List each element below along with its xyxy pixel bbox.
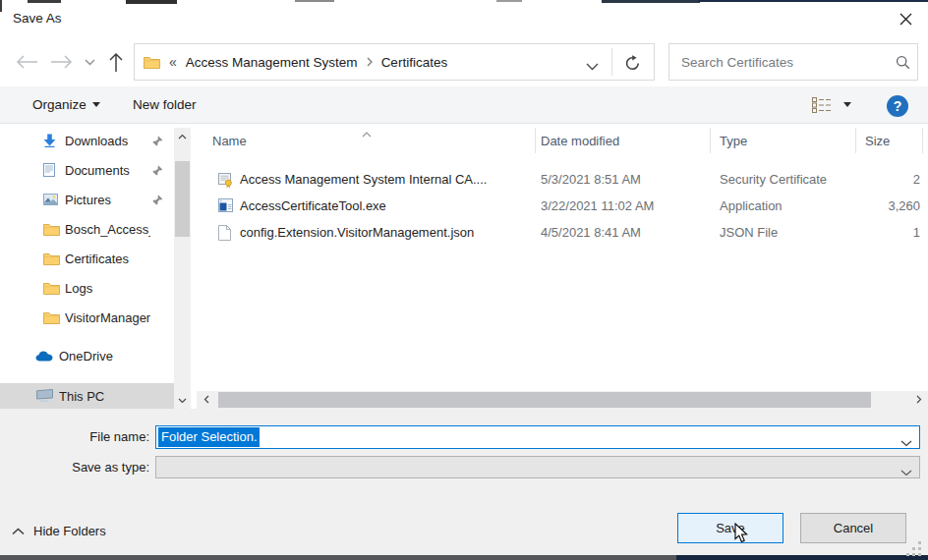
sidebar-item-downloads[interactable]: Downloads: [0, 127, 174, 154]
folder-icon: [43, 311, 60, 324]
application-file-icon: [218, 198, 233, 212]
file-name: config.Extension.VisitorManagement.json: [240, 225, 474, 240]
column-header-date-modified[interactable]: Date modified: [541, 124, 619, 157]
search-icon: [896, 55, 910, 70]
toolbar: Organize New folder: [0, 86, 928, 124]
recent-locations-button[interactable]: [83, 57, 96, 67]
sidebar-item-logs[interactable]: Logs: [0, 274, 174, 302]
download-icon: [43, 134, 56, 147]
window-title: Save As: [13, 11, 62, 26]
folder-icon: [43, 252, 60, 265]
sidebar-item-label: VisitorManagem: [65, 310, 150, 325]
folder-icon: [43, 223, 60, 236]
save-button[interactable]: Save: [677, 513, 783, 543]
search-input[interactable]: [669, 55, 888, 70]
scrollbar-thumb[interactable]: [175, 161, 190, 237]
picture-icon: [43, 194, 58, 205]
up-button[interactable]: [106, 50, 126, 74]
forward-arrow-icon: [50, 54, 74, 70]
address-dropdown-button[interactable]: [586, 59, 599, 74]
background-window-artifact: [0, 555, 678, 560]
file-name-selected-text: Folder Selection.: [158, 427, 260, 447]
file-name-input[interactable]: Folder Selection.: [155, 425, 920, 449]
sort-ascending-icon: [362, 126, 372, 140]
file-type: Security Certificate: [720, 172, 827, 187]
search-button[interactable]: [888, 44, 917, 80]
column-divider[interactable]: [855, 128, 856, 153]
sidebar-item-label: This PC: [59, 389, 150, 404]
column-header-size[interactable]: Size: [865, 124, 890, 157]
divider: [611, 48, 612, 76]
sidebar-item-label: Bosch_Access_Im: [65, 222, 150, 237]
hide-folders-button[interactable]: Hide Folders: [12, 524, 106, 538]
close-button[interactable]: [891, 6, 920, 31]
breadcrumb-segment[interactable]: Access Management System: [186, 55, 358, 70]
file-date: 4/5/2021 8:41 AM: [541, 225, 641, 240]
cancel-button[interactable]: Cancel: [800, 513, 906, 543]
file-row-json[interactable]: config.Extension.VisitorManagement.json …: [197, 220, 928, 247]
column-header-type[interactable]: Type: [720, 124, 747, 157]
sidebar-item-bosch-access[interactable]: Bosch_Access_Im: [0, 215, 174, 243]
sidebar-item-this-pc[interactable]: This PC: [0, 383, 174, 409]
scroll-right-button[interactable]: [910, 391, 927, 408]
column-label: Type: [720, 134, 747, 148]
document-icon: [43, 163, 55, 177]
sidebar-item-certificates[interactable]: Certificates: [0, 245, 174, 272]
file-row-application[interactable]: AccessCertificateTool.exe 3/22/2021 11:0…: [197, 194, 928, 220]
sidebar-item-label: Documents: [65, 163, 150, 178]
column-divider[interactable]: [535, 128, 536, 153]
organize-button[interactable]: Organize: [32, 86, 100, 123]
pin-icon: [152, 165, 163, 176]
column-label: Size: [865, 134, 890, 148]
save-as-type-combo[interactable]: [155, 456, 920, 478]
save-as-type-dropdown-button[interactable]: [900, 465, 912, 479]
scrollbar-thumb[interactable]: [218, 392, 871, 408]
refresh-button[interactable]: [615, 49, 649, 77]
breadcrumb-overflow[interactable]: «: [169, 54, 177, 70]
onedrive-icon: [35, 351, 53, 362]
sidebar-item-onedrive[interactable]: OneDrive: [0, 342, 174, 369]
column-divider[interactable]: [922, 128, 923, 153]
column-label: Date modified: [541, 134, 619, 148]
sidebar-item-pictures[interactable]: Pictures: [0, 186, 174, 213]
file-row-certificate[interactable]: Access Management System Internal CA....…: [197, 167, 928, 194]
chevron-right-icon: [367, 57, 373, 67]
cancel-button-label: Cancel: [834, 521, 873, 535]
sidebar-item-visitormanagement[interactable]: VisitorManagem: [0, 304, 174, 331]
scroll-down-button[interactable]: [174, 392, 191, 409]
background-window-artifact: [295, 0, 334, 2]
organize-label: Organize: [32, 97, 87, 112]
column-header-name[interactable]: Name: [212, 124, 247, 157]
file-size: 2: [913, 172, 920, 187]
forward-button[interactable]: [49, 53, 75, 71]
view-options-button[interactable]: [812, 86, 851, 123]
scroll-left-button[interactable]: [198, 391, 214, 408]
file-name: Access Management System Internal CA....: [240, 172, 487, 187]
caret-down-icon: [92, 102, 100, 107]
column-label: Name: [212, 134, 247, 148]
new-folder-button[interactable]: New folder: [133, 86, 197, 123]
breadcrumb-segment[interactable]: Certificates: [381, 55, 448, 70]
address-bar[interactable]: « Access Management System Certificates: [134, 43, 655, 81]
file-name: AccessCertificateTool.exe: [240, 198, 386, 213]
file-name-dropdown-button[interactable]: [900, 435, 912, 450]
file-name-label: File name:: [20, 429, 149, 444]
file-size: 3,260: [888, 198, 920, 213]
column-divider[interactable]: [710, 128, 711, 153]
back-button[interactable]: [14, 53, 39, 71]
file-list-horizontal-scrollbar[interactable]: [197, 391, 928, 409]
navigation-pane: Downloads Documents Pictures Bosch_Acces…: [0, 124, 197, 409]
chevron-down-icon: [85, 59, 95, 66]
scroll-up-button[interactable]: [174, 128, 191, 144]
breadcrumb: « Access Management System Certificates: [135, 54, 447, 70]
background-window-artifact: [126, 0, 177, 4]
help-icon: ?: [894, 98, 902, 114]
mouse-cursor: [734, 523, 750, 547]
folder-icon: [144, 56, 160, 69]
back-arrow-icon: [15, 54, 38, 70]
certificate-file-icon: [218, 172, 233, 189]
help-button[interactable]: ?: [887, 95, 908, 117]
background-window-artifact: [496, 0, 522, 2]
sidebar-scrollbar[interactable]: [174, 128, 191, 409]
sidebar-item-documents[interactable]: Documents: [0, 156, 174, 184]
